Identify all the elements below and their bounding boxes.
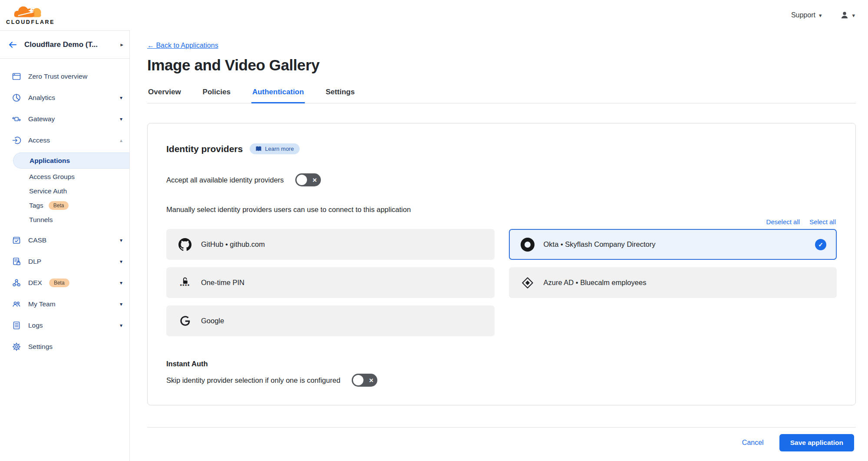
chevron-down-icon: ▾ bbox=[819, 12, 822, 19]
chevron-down-icon[interactable]: ▾ bbox=[120, 301, 122, 307]
provider-google[interactable]: Google bbox=[166, 305, 495, 336]
back-arrow-icon[interactable] bbox=[8, 40, 17, 50]
sidebar-item-gateway[interactable]: Gateway ▾ bbox=[0, 108, 129, 129]
sidebar-item-zero-trust-overview[interactable]: Zero Trust overview bbox=[0, 66, 129, 87]
pie-chart-icon bbox=[11, 93, 21, 103]
tab-authentication[interactable]: Authentication bbox=[251, 83, 305, 103]
tab-settings[interactable]: Settings bbox=[325, 83, 356, 103]
providers-grid: GitHub • github.com Okta • Skyflash Comp… bbox=[166, 229, 837, 336]
provider-one-time-pin[interactable]: **** One-time PIN bbox=[166, 267, 495, 298]
chevron-down-icon[interactable]: ▾ bbox=[120, 95, 122, 101]
provider-github[interactable]: GitHub • github.com bbox=[166, 229, 495, 260]
identity-providers-card: Identity providers Learn more Accept all… bbox=[147, 123, 856, 405]
provider-label: Okta • Skyflash Company Directory bbox=[544, 240, 656, 249]
beta-badge: Beta bbox=[49, 279, 69, 287]
card-header: Identity providers Learn more bbox=[166, 143, 837, 154]
select-all-link[interactable]: Select all bbox=[809, 218, 836, 226]
chevron-down-icon[interactable]: ▾ bbox=[120, 116, 122, 122]
chevron-down-icon[interactable]: ▾ bbox=[120, 259, 122, 265]
cancel-button[interactable]: Cancel bbox=[742, 439, 764, 447]
sidebar-item-access[interactable]: Access ▴ bbox=[0, 129, 129, 151]
support-menu[interactable]: Support ▾ bbox=[791, 11, 822, 19]
sidebar-subitem-label: Tags bbox=[29, 202, 43, 209]
sidebar-item-tags[interactable]: Tags Beta bbox=[0, 198, 129, 212]
brand-wordmark: CLOUDFLARE bbox=[6, 20, 55, 25]
sidebar-item-applications[interactable]: Applications bbox=[13, 153, 129, 169]
sidebar-item-analytics[interactable]: Analytics ▾ bbox=[0, 87, 129, 108]
learn-more-button[interactable]: Learn more bbox=[250, 143, 299, 154]
provider-label: One-time PIN bbox=[201, 279, 244, 287]
manual-select-text: Manually select identity providers users… bbox=[166, 206, 837, 214]
provider-okta[interactable]: Okta • Skyflash Company Directory ✓ bbox=[509, 229, 837, 260]
one-time-pin-icon: **** bbox=[178, 277, 192, 289]
accept-all-label: Accept all available identity providers bbox=[166, 176, 284, 184]
beta-badge: Beta bbox=[49, 201, 69, 210]
sidebar-item-settings[interactable]: Settings bbox=[0, 336, 129, 357]
sidebar-item-label: CASB bbox=[28, 236, 46, 244]
gear-icon bbox=[11, 342, 21, 352]
user-menu[interactable]: ▾ bbox=[840, 10, 855, 20]
sidebar-item-my-team[interactable]: My Team ▾ bbox=[0, 293, 129, 315]
pin-stars: **** bbox=[180, 283, 190, 289]
sidebar-item-tunnels[interactable]: Tunnels bbox=[0, 212, 129, 227]
chevron-down-icon: ▾ bbox=[852, 12, 855, 19]
sidebar-subitem-label: Tunnels bbox=[29, 216, 53, 224]
tab-bar: Overview Policies Authentication Setting… bbox=[147, 83, 856, 103]
sidebar-item-label: Settings bbox=[28, 343, 53, 351]
gateway-icon bbox=[11, 114, 21, 124]
document-lock-icon bbox=[11, 257, 21, 266]
chevron-down-icon[interactable]: ▾ bbox=[120, 237, 122, 243]
deselect-all-link[interactable]: Deselect all bbox=[766, 218, 800, 226]
sidebar-item-label: Access bbox=[28, 136, 50, 144]
topbar-actions: Support ▾ ▾ bbox=[791, 10, 855, 20]
provider-label: Google bbox=[201, 317, 224, 325]
sidebar-item-logs[interactable]: Logs ▾ bbox=[0, 315, 129, 336]
sidebar-item-access-groups[interactable]: Access Groups bbox=[0, 169, 129, 184]
window-icon bbox=[11, 72, 21, 81]
footer-actions: Cancel Save application bbox=[147, 428, 856, 451]
sidebar-item-label: DEX bbox=[28, 279, 42, 287]
sidebar-nav: Zero Trust overview Analytics ▾ Gateway … bbox=[0, 59, 129, 357]
instant-auth-row: Skip identity provider selection if only… bbox=[166, 374, 837, 387]
main-content: ← Back to Applications Image and Video G… bbox=[130, 30, 868, 461]
top-bar: CLOUDFLARE Support ▾ ▾ bbox=[0, 0, 868, 30]
sidebar-item-casb[interactable]: CASB ▾ bbox=[0, 229, 129, 251]
network-nodes-icon bbox=[11, 278, 21, 288]
user-avatar-icon bbox=[840, 10, 849, 20]
chevron-up-icon[interactable]: ▴ bbox=[120, 137, 122, 143]
sidebar-item-service-auth[interactable]: Service Auth bbox=[0, 184, 129, 198]
azure-ad-icon bbox=[521, 277, 535, 289]
google-icon bbox=[178, 315, 192, 327]
toggle-off-icon: × bbox=[369, 377, 373, 384]
accept-all-toggle[interactable]: × bbox=[295, 173, 321, 186]
toggle-knob bbox=[297, 175, 307, 185]
sidebar-subitem-label: Service Auth bbox=[29, 187, 67, 195]
github-icon bbox=[178, 238, 192, 251]
save-application-button[interactable]: Save application bbox=[779, 434, 854, 451]
instant-auth-toggle[interactable]: × bbox=[352, 374, 377, 387]
account-name[interactable]: Cloudflare Demo (T... bbox=[24, 40, 113, 49]
cloudflare-logo[interactable]: CLOUDFLARE bbox=[6, 6, 55, 25]
chevron-down-icon[interactable]: ▾ bbox=[120, 280, 122, 286]
sidebar-subitem-label: Applications bbox=[30, 157, 70, 165]
sidebar-item-label: Analytics bbox=[28, 94, 55, 102]
chevron-right-icon[interactable]: ▸ bbox=[120, 41, 123, 48]
learn-more-label: Learn more bbox=[265, 146, 294, 152]
identity-providers-heading: Identity providers bbox=[166, 144, 243, 154]
sidebar-account-header: Cloudflare Demo (T... ▸ bbox=[0, 31, 129, 59]
sidebar-item-dlp[interactable]: DLP ▾ bbox=[0, 251, 129, 272]
selection-links: Deselect all Select all bbox=[167, 218, 836, 226]
selected-check-icon: ✓ bbox=[815, 239, 826, 250]
accept-all-row: Accept all available identity providers … bbox=[166, 173, 837, 186]
tab-policies[interactable]: Policies bbox=[202, 83, 231, 103]
sidebar-item-dex[interactable]: DEX Beta ▾ bbox=[0, 272, 129, 293]
back-to-applications-link[interactable]: ← Back to Applications bbox=[147, 42, 218, 50]
provider-azure-ad[interactable]: Azure AD • Bluecalm employees bbox=[509, 267, 837, 298]
provider-label: GitHub • github.com bbox=[201, 240, 265, 249]
app-shell: Cloudflare Demo (T... ▸ Zero Trust overv… bbox=[0, 30, 868, 461]
toggle-knob bbox=[353, 375, 363, 385]
tab-overview[interactable]: Overview bbox=[147, 83, 182, 103]
casb-box-check-icon bbox=[11, 235, 21, 245]
page-title: Image and Video Gallery bbox=[147, 56, 856, 74]
chevron-down-icon[interactable]: ▾ bbox=[120, 322, 122, 328]
